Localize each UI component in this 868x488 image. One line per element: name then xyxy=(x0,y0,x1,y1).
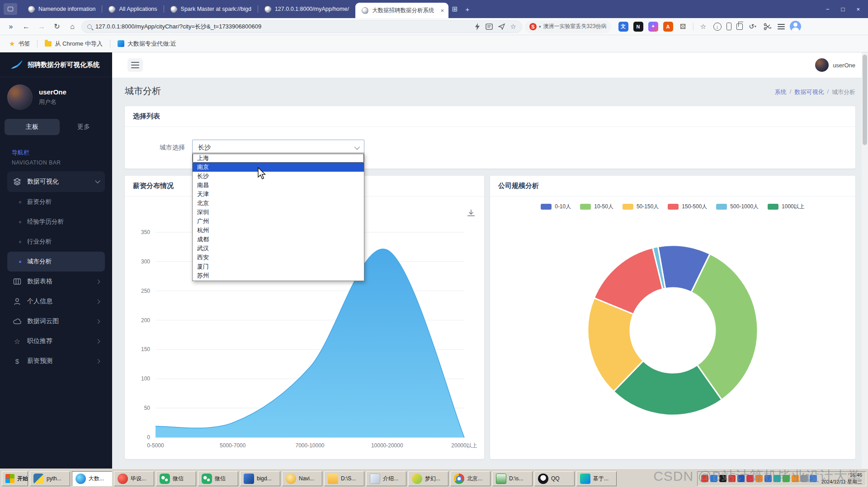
taskbar-app[interactable]: 大数... xyxy=(72,471,112,486)
taskbar-app[interactable]: bigd... xyxy=(240,471,280,486)
sidebar-item-wordcloud[interactable]: 数据词云图 xyxy=(7,311,105,331)
tray-icon[interactable] xyxy=(737,475,745,482)
bookmark-item[interactable]: 大数据专业代做:近 xyxy=(115,40,179,48)
city-option[interactable]: 深圳 xyxy=(193,208,364,217)
page-scrollbar[interactable] xyxy=(862,52,868,469)
city-option[interactable]: 厦门 xyxy=(193,262,364,271)
history-icon[interactable]: ↺▾ xyxy=(748,22,758,32)
sidebar-item-industry[interactable]: 行业分析 xyxy=(7,232,105,252)
taskbar-app[interactable]: D:\S... xyxy=(324,471,364,486)
browser-profile-avatar[interactable] xyxy=(790,21,801,32)
translate-extension-icon[interactable]: 文 xyxy=(618,22,628,32)
tray-icon[interactable] xyxy=(783,475,790,482)
legend-item[interactable]: 0-10人 xyxy=(541,203,571,211)
sidebar-item-visualization[interactable]: 数据可视化 xyxy=(7,171,105,192)
tab-strip-tool-icon[interactable] xyxy=(4,3,17,15)
browser-tab-active[interactable]: 大数据招聘数据分析系统 × xyxy=(355,3,448,18)
city-option[interactable]: 长沙 xyxy=(193,172,364,181)
breadcrumb-link[interactable]: 系统 xyxy=(775,88,787,96)
extensions-puzzle-icon[interactable]: ⚄ xyxy=(678,22,688,32)
tray-icon[interactable] xyxy=(746,475,754,482)
taskbar-app[interactable]: 梦幻... xyxy=(408,471,448,486)
taskbar-app[interactable]: 北京... xyxy=(450,471,491,486)
tray-icon[interactable] xyxy=(719,475,726,482)
browser-menu-icon[interactable] xyxy=(778,24,785,29)
minimize-icon[interactable]: − xyxy=(826,6,830,13)
city-option[interactable]: 广州 xyxy=(193,217,364,226)
city-option[interactable]: 成都 xyxy=(193,235,364,244)
reader-icon[interactable] xyxy=(486,23,493,30)
taskbar-app[interactable]: 基于... xyxy=(576,471,617,486)
city-option[interactable]: 南昌 xyxy=(193,181,364,190)
url-bar[interactable]: 127.0.0.1:8000/myApp/cityChar/?city=长沙&_… xyxy=(81,20,522,33)
taskbar-app[interactable]: QQ xyxy=(534,471,575,486)
city-option[interactable]: 天津 xyxy=(193,190,364,199)
legend-item[interactable]: 10-50人 xyxy=(580,203,613,211)
browser-tab-1[interactable]: Namenode information xyxy=(22,0,102,18)
tray-icon[interactable] xyxy=(755,475,763,482)
city-option[interactable]: 北京 xyxy=(193,199,364,208)
favorites-star-icon[interactable]: ☆ xyxy=(698,22,708,32)
close-window-icon[interactable]: × xyxy=(856,6,860,13)
taskbar-app[interactable]: Navi... xyxy=(282,471,322,486)
tray-icon[interactable] xyxy=(764,475,772,482)
sidebar-item-salary[interactable]: 薪资分析 xyxy=(7,192,105,212)
city-option[interactable]: 上海 xyxy=(193,154,364,163)
phone-hub-icon[interactable] xyxy=(726,23,731,30)
tray-icon[interactable] xyxy=(792,475,799,482)
scrollbar-thumb[interactable] xyxy=(863,55,867,145)
tab-more[interactable]: 更多 xyxy=(60,123,108,131)
adobe-extension-icon[interactable]: A xyxy=(663,22,673,32)
tray-icon[interactable] xyxy=(710,475,717,482)
tab-close-icon[interactable]: × xyxy=(440,7,444,14)
legend-item[interactable]: 500-1000人 xyxy=(716,203,759,211)
overflow-chevrons-icon[interactable]: » xyxy=(5,20,17,33)
reload-icon[interactable]: ↻ xyxy=(51,20,63,33)
sidebar-item-data-table[interactable]: 数据表格 xyxy=(7,272,105,291)
taskbar-app[interactable]: 微信 xyxy=(156,471,196,486)
taskbar-app[interactable]: 毕设... xyxy=(114,471,154,486)
new-tab-icon[interactable]: + xyxy=(461,5,474,13)
collapse-menu-icon[interactable] xyxy=(127,58,143,72)
notion-extension-icon[interactable]: N xyxy=(633,22,643,32)
taskbar-clock[interactable]: 16:46 2024/12/11 星期三 xyxy=(821,472,862,485)
home-icon[interactable]: ⌂ xyxy=(66,20,79,33)
send-icon[interactable] xyxy=(498,23,505,30)
taskbar-app[interactable]: D:\s... xyxy=(492,471,533,486)
browser-tab-3[interactable]: Spark Master at spark://bigd xyxy=(164,0,258,18)
maximize-icon[interactable]: □ xyxy=(841,6,845,13)
tray-icon[interactable] xyxy=(701,475,708,482)
downloads-icon[interactable]: ↓ xyxy=(713,23,722,31)
city-option[interactable]: 西安 xyxy=(193,253,364,262)
tray-icon[interactable] xyxy=(810,475,817,482)
taskbar-app[interactable]: 微信 xyxy=(198,471,238,486)
news-chip[interactable]: S ▾ 澳洲一实验室丢失323份病 xyxy=(525,20,611,33)
bookmark-folder[interactable]: 从 Chrome 中导入 xyxy=(42,40,105,48)
browser-tab-2[interactable]: All Applications xyxy=(102,0,163,18)
tray-icon[interactable] xyxy=(801,475,808,482)
city-option[interactable]: 南京 xyxy=(193,163,364,172)
forward-icon[interactable]: → xyxy=(35,20,48,33)
bookmark-item[interactable]: ★ 书签 xyxy=(6,40,33,48)
sidebar-item-job-recommend[interactable]: ☆ 职位推荐 xyxy=(7,331,105,351)
tray-icon[interactable] xyxy=(774,475,781,482)
legend-item[interactable]: 1000以上 xyxy=(768,203,805,211)
tab-groups-icon[interactable] xyxy=(736,23,743,30)
back-icon[interactable]: ← xyxy=(20,20,33,33)
sidebar-item-profile[interactable]: 个人信息 xyxy=(7,291,105,311)
screenshot-scissors-icon[interactable]: ▾ xyxy=(763,22,773,32)
header-user[interactable]: userOne xyxy=(815,58,855,72)
tray-icon[interactable] xyxy=(728,475,736,482)
city-option[interactable]: 杭州 xyxy=(193,226,364,235)
breadcrumb-link[interactable]: 数据可视化 xyxy=(794,88,824,96)
legend-item[interactable]: 150-500人 xyxy=(668,203,707,211)
city-option[interactable]: 苏州 xyxy=(193,271,364,280)
tab-workspaces-icon[interactable]: ⊞ xyxy=(448,5,461,13)
sidebar-item-experience[interactable]: 经验学历分析 xyxy=(7,212,105,232)
start-button[interactable]: 开始 xyxy=(2,471,28,486)
browser-tab-4[interactable]: 127.0.0.1:8000/myApp/home/ xyxy=(258,0,355,18)
sidebar-item-salary-predict[interactable]: $ 薪资预测 xyxy=(7,351,105,371)
tab-main-board[interactable]: 主板 xyxy=(5,119,60,135)
gemini-extension-icon[interactable]: ✦ xyxy=(648,22,658,32)
bookmark-star-icon[interactable]: ☆ xyxy=(510,23,516,31)
